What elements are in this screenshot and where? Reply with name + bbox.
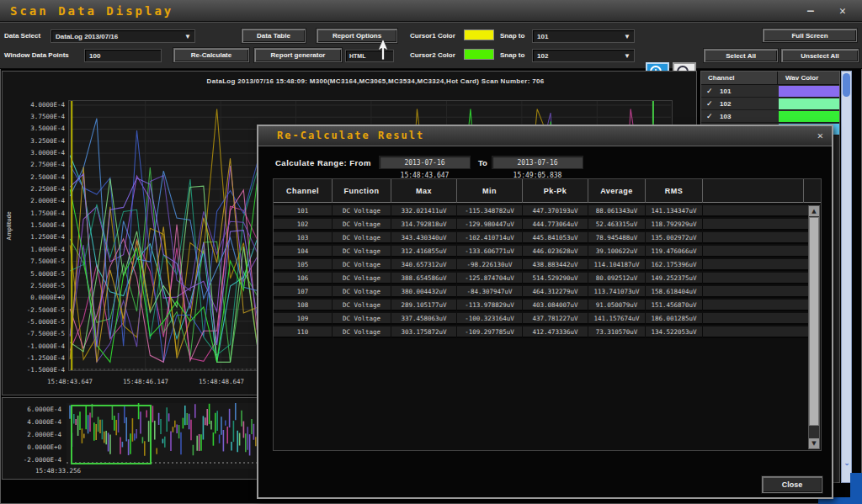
range-from-field[interactable]: 2013-07-16 15:48:43.647	[379, 156, 471, 169]
result-cell: 151.456870uV	[646, 300, 703, 311]
result-cell: 39.100622uV	[588, 246, 646, 257]
unselect-all-button[interactable]: Unselect All	[781, 49, 859, 62]
result-cell: 78.945488uV	[588, 232, 646, 244]
result-cell: 80.092512uV	[588, 273, 646, 284]
close-icon[interactable]: ✕	[832, 3, 854, 19]
result-row[interactable]: 102DC Voltage314.792818uV-129.980447uV44…	[274, 219, 809, 231]
cursor1-color-label: Cursor1 Color	[410, 32, 455, 40]
minimize-icon[interactable]: —	[800, 3, 822, 19]
cursor2-color-label: Cursor2 Color	[410, 51, 455, 59]
result-cell: -125.874704uV	[457, 273, 523, 284]
scrollbar-down-arrow-icon[interactable]: ▼	[809, 438, 819, 448]
cursor1-color-swatch[interactable]	[464, 29, 494, 40]
result-col-header: Pk-Pk	[523, 179, 588, 203]
dialog-close-icon[interactable]: ✕	[817, 130, 823, 141]
result-table-scrollbar[interactable]: ▲ ▼	[808, 205, 820, 449]
y-tick: -2.5000E-5	[14, 306, 65, 314]
result-cell: 141.134347uV	[646, 205, 703, 217]
window-data-points-input[interactable]: 100	[84, 49, 162, 62]
result-cell: 88.061343uV	[588, 205, 646, 217]
wav-color-swatch[interactable]	[779, 111, 839, 122]
data-select-label: Data Select	[4, 32, 40, 40]
dialog-close-button[interactable]: Close	[762, 476, 822, 493]
result-cell: 514.529290uV	[523, 273, 588, 284]
result-row[interactable]: 103DC Voltage343.430340uV-102.410714uV44…	[274, 232, 809, 244]
check-icon[interactable]: ✓	[706, 99, 713, 108]
result-cell: 447.370193uV	[523, 205, 588, 217]
result-cell: 337.458063uV	[391, 313, 457, 325]
result-row[interactable]: 110DC Voltage303.175872uV-109.297785uV41…	[274, 326, 809, 338]
result-row[interactable]: 104DC Voltage312.416855uV-133.606771uV44…	[274, 246, 809, 257]
result-cell: 105	[274, 259, 333, 271]
result-col-header: Max	[391, 179, 457, 203]
wav-color-swatch[interactable]	[779, 86, 839, 97]
snap2-dropdown[interactable]: 102 ▼	[532, 49, 635, 62]
y-tick: 1.7500E-4	[14, 210, 65, 217]
check-icon[interactable]: ✓	[706, 87, 713, 95]
report-generator-button[interactable]: Report generator	[254, 48, 342, 62]
channel-panel-header: Channel Wav Color	[701, 72, 839, 85]
range-to-field[interactable]: 2013-07-16 15:49:05.838	[492, 156, 583, 169]
result-cell: -129.980447uV	[457, 219, 523, 231]
y-tick: -5.0000E-5	[14, 318, 65, 326]
cursor2-color-swatch[interactable]	[464, 49, 494, 60]
result-cell: 445.841053uV	[523, 232, 588, 244]
result-cell: 162.175396uV	[646, 259, 703, 271]
result-row[interactable]: 107DC Voltage380.004432uV-84.307947uV464…	[274, 286, 809, 298]
channel-panel-scrollbar[interactable]: ⌄	[841, 71, 852, 483]
result-cell: 73.310570uV	[588, 326, 646, 338]
result-cell: -133.606771uV	[457, 246, 523, 257]
channel-row-103[interactable]: ✓103	[701, 110, 839, 123]
wav-color-swatch[interactable]	[779, 98, 839, 109]
snap1-value: 101	[537, 33, 548, 40]
data-select-dropdown[interactable]: DataLog 2013/07/16 ▼	[51, 29, 195, 43]
result-cell: DC Voltage	[333, 286, 391, 298]
mouse-cursor-icon	[378, 39, 390, 64]
channel-row-101[interactable]: ✓101	[701, 85, 839, 98]
result-cell: 106	[274, 273, 333, 284]
select-all-button[interactable]: Select All	[704, 49, 778, 62]
check-icon[interactable]: ✓	[706, 112, 713, 120]
y-tick: 3.0000E-4	[14, 149, 65, 157]
result-row[interactable]: 109DC Voltage337.458063uV-100.323164uV43…	[274, 313, 809, 325]
result-col-header: Channel	[274, 179, 333, 203]
full-screen-button[interactable]: Full Screen	[763, 29, 857, 42]
result-cell: 52.463315uV	[588, 219, 646, 231]
channel-label: 101	[720, 88, 731, 95]
overview-y-tick: -2.0000E-4	[9, 456, 61, 464]
y-tick: 4.0000E-4	[14, 101, 65, 109]
result-row[interactable]: 105DC Voltage340.657312uV-98.226130uV438…	[274, 259, 809, 271]
result-row[interactable]: 101DC Voltage332.021411uV-115.348782uV44…	[274, 205, 809, 217]
recalculate-button[interactable]: Re-Calculate	[173, 48, 249, 62]
result-cell: DC Voltage	[333, 205, 391, 217]
toolbar: Data Select DataLog 2013/07/16 ▼ Data Ta…	[0, 22, 862, 69]
result-cell: 314.792818uV	[391, 219, 457, 231]
scrollbar-down-arrow-icon[interactable]: ⌄	[843, 459, 851, 467]
chevron-down-icon: ▼	[624, 33, 631, 40]
snap1-dropdown[interactable]: 101 ▼	[532, 29, 635, 43]
result-cell: -109.297785uV	[457, 326, 523, 338]
result-cell: 134.522053uV	[646, 326, 703, 338]
scrollbar-up-arrow-icon[interactable]: ▲	[809, 206, 819, 216]
result-cell: 107	[274, 286, 333, 298]
result-cell: DC Voltage	[333, 219, 391, 231]
dialog-title-bar[interactable]: Re-Calculate Result ✕	[258, 126, 832, 146]
result-cell: 446.023628uV	[523, 246, 588, 257]
result-cell: 464.312279uV	[523, 286, 588, 298]
x-tick: 15:48:48.647	[191, 378, 252, 385]
result-cell: 104	[274, 246, 333, 257]
y-tick: -7.5000E-5	[14, 330, 65, 337]
result-row[interactable]: 106DC Voltage388.654586uV-125.874704uV51…	[274, 273, 809, 284]
result-cell: DC Voltage	[333, 326, 391, 338]
result-row[interactable]: 108DC Voltage289.105177uV-113.978829uV40…	[274, 300, 809, 311]
y-tick: 3.7500E-4	[14, 113, 65, 120]
scrollbar-thumb[interactable]	[843, 73, 850, 97]
data-table-button[interactable]: Data Table	[242, 29, 306, 43]
column-divider	[777, 72, 778, 85]
result-cell: 119.476066uV	[646, 246, 703, 257]
snap2-label: Snap to	[500, 51, 524, 59]
scrollbar-thumb[interactable]	[809, 217, 819, 426]
channel-row-102[interactable]: ✓102	[701, 98, 839, 110]
result-cell: -102.410714uV	[457, 232, 523, 244]
snap2-value: 102	[537, 52, 548, 60]
